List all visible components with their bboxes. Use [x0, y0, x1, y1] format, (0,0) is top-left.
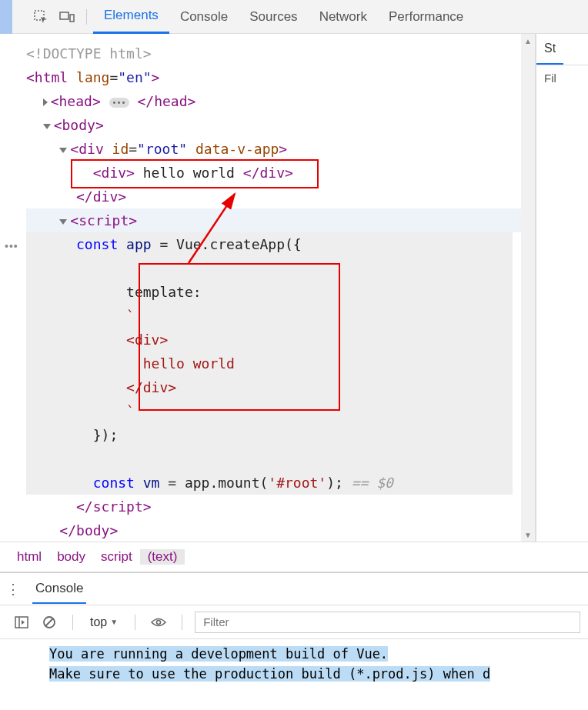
console-message-line[interactable]: Make sure to use the production build (*… — [49, 666, 490, 682]
styles-filter-label[interactable]: Fil — [536, 65, 588, 91]
styles-panel: St Fil — [536, 34, 588, 542]
console-drawer-tab[interactable]: Console — [32, 575, 86, 604]
tab-network[interactable]: Network — [309, 0, 378, 34]
scroll-up-icon[interactable]: ▲ — [521, 34, 535, 48]
console-toolbar: top ▼ — [0, 605, 588, 639]
dom-breadcrumb: html body script (text) — [0, 542, 588, 572]
chevron-down-icon: ▼ — [110, 618, 118, 626]
console-messages[interactable]: You are running a development build of V… — [0, 639, 588, 684]
gutter: ••• — [0, 34, 23, 542]
expand-icon[interactable] — [43, 98, 48, 106]
toggle-sidebar-icon[interactable] — [11, 612, 32, 633]
svg-rect-2 — [70, 15, 74, 22]
breadcrumb-body[interactable]: body — [49, 549, 93, 565]
console-drawer: ⋮ Console top ▼ You are running a develo… — [0, 572, 588, 684]
tab-sources[interactable]: Sources — [239, 0, 308, 34]
collapsed-ellipsis-icon[interactable]: ••• — [109, 98, 129, 108]
divider — [86, 9, 87, 25]
main-area: ••• <!DOCTYPE html> <html lang="en"> <he… — [0, 34, 588, 542]
context-selector[interactable]: top ▼ — [85, 615, 122, 629]
dom-tree-panel[interactable]: ••• <!DOCTYPE html> <html lang="en"> <he… — [0, 34, 536, 542]
console-filter-input[interactable] — [195, 612, 580, 633]
collapse-icon[interactable] — [59, 219, 67, 225]
tab-elements[interactable]: Elements — [93, 0, 169, 34]
breadcrumb-script[interactable]: script — [93, 549, 140, 565]
collapse-icon[interactable] — [43, 124, 51, 129]
selection-strip — [0, 0, 12, 34]
scroll-down-icon[interactable]: ▼ — [521, 528, 535, 542]
svg-line-7 — [45, 618, 53, 626]
tab-performance[interactable]: Performance — [378, 0, 474, 34]
breadcrumb-html[interactable]: html — [9, 549, 49, 565]
divider — [135, 615, 135, 630]
console-message-line[interactable]: You are running a development build of V… — [49, 646, 388, 662]
eye-icon[interactable] — [148, 612, 169, 633]
context-label: top — [90, 615, 107, 629]
scrollbar[interactable]: ▲ ▼ — [521, 34, 535, 542]
tab-console[interactable]: Console — [169, 0, 239, 34]
clear-console-icon[interactable] — [38, 612, 60, 633]
divider — [72, 615, 73, 630]
inspect-element-icon[interactable] — [29, 5, 52, 28]
collapse-icon[interactable] — [59, 148, 67, 153]
devtools-tab-bar: Elements Console Sources Network Perform… — [0, 0, 588, 34]
device-toggle-icon[interactable] — [55, 5, 79, 28]
tab-styles[interactable]: St — [536, 34, 563, 65]
kebab-menu-icon[interactable]: ⋮ — [6, 581, 20, 598]
dom-tree[interactable]: <!DOCTYPE html> <html lang="en"> <head> … — [0, 34, 535, 542]
svg-rect-1 — [60, 12, 68, 19]
divider — [182, 615, 182, 630]
svg-point-8 — [157, 620, 161, 624]
overflow-dots-icon[interactable]: ••• — [5, 240, 18, 252]
breadcrumb-text[interactable]: (text) — [140, 549, 185, 565]
doctype-node[interactable]: <!DOCTYPE html> — [26, 45, 152, 62]
